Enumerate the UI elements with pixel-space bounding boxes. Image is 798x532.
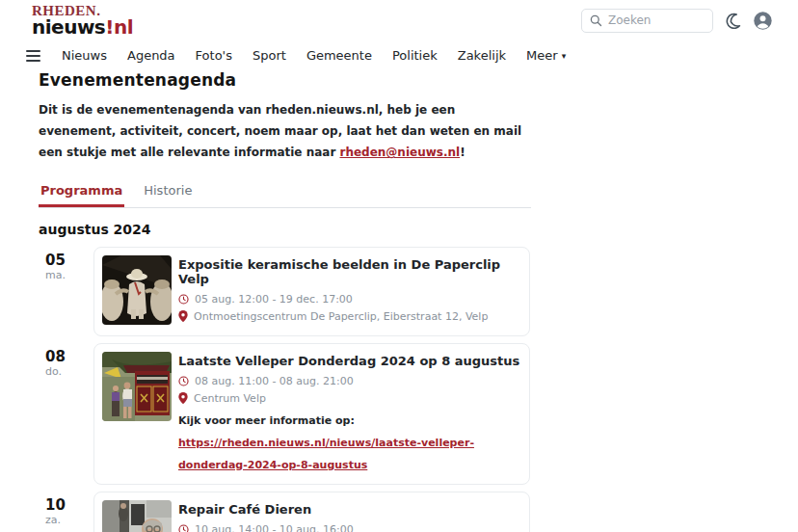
nav-item-zakelijk[interactable]: Zakelijk	[458, 48, 506, 63]
event-date: 10 za.	[39, 492, 93, 532]
search-icon	[590, 14, 602, 27]
nav-item-politiek[interactable]: Politiek	[392, 48, 438, 63]
intro-text: Dit is de evenementenagenda van rheden.n…	[39, 99, 532, 164]
event-title[interactable]: Laatste Velleper Donderdag 2024 op 8 aug…	[178, 354, 521, 368]
chevron-down-icon: ▾	[562, 51, 567, 61]
tab-bar: Programma Historie	[39, 177, 531, 208]
nav-item-fotos[interactable]: Foto's	[196, 48, 232, 63]
event-row: 05 ma.	[39, 247, 569, 336]
hamburger-menu-icon[interactable]	[26, 50, 40, 62]
nav-item-agenda[interactable]: Agenda	[127, 48, 175, 63]
clock-icon	[178, 524, 189, 532]
event-title[interactable]: Expositie keramische beelden in De Paper…	[178, 257, 521, 286]
site-logo[interactable]: RHEDEN. nieuws!nl	[32, 4, 133, 37]
main-content: Evenementenagenda Dit is de evenementena…	[0, 70, 569, 532]
event-time: 08 aug. 11:00 - 08 aug. 21:00	[178, 375, 521, 387]
clock-icon	[178, 376, 189, 386]
event-image	[102, 352, 172, 421]
moon-icon	[725, 13, 741, 29]
nav-item-gemeente[interactable]: Gemeente	[306, 48, 372, 63]
event-image	[102, 255, 172, 325]
nav-item-meer[interactable]: Meer ▾	[526, 48, 566, 63]
event-info: Kijk voor meer informatie op: https://rh…	[178, 410, 521, 476]
event-date: 05 ma.	[39, 247, 93, 336]
clock-icon	[178, 294, 189, 305]
site-header: RHEDEN. nieuws!nl	[0, 0, 798, 40]
user-avatar-icon	[753, 11, 773, 31]
logo-nieuwsnl-text: nieuws!nl	[32, 17, 133, 37]
event-card[interactable]: Expositie keramische beelden in De Paper…	[93, 247, 530, 336]
email-link[interactable]: rheden@nieuws.nl	[340, 146, 461, 159]
search-input[interactable]	[608, 13, 705, 27]
event-image	[102, 500, 172, 532]
event-date: 08 do.	[39, 343, 93, 485]
month-heading: augustus 2024	[39, 222, 569, 237]
event-card[interactable]: Repair Café Dieren 10 aug. 14:00 - 10 au…	[93, 492, 530, 532]
event-row: 08 do.	[39, 343, 569, 485]
dark-mode-toggle[interactable]	[725, 13, 741, 29]
event-time: 10 aug. 14:00 - 10 aug. 16:00	[178, 523, 521, 532]
event-title[interactable]: Repair Café Dieren	[178, 502, 521, 517]
event-time: 05 aug. 12:00 - 19 dec. 17:00	[178, 293, 521, 306]
nav-item-nieuws[interactable]: Nieuws	[62, 48, 107, 63]
location-pin-icon	[178, 310, 188, 322]
main-nav: Nieuws Agenda Foto's Sport Gemeente Poli…	[0, 40, 798, 68]
event-location: Centrum Velp	[178, 392, 521, 405]
account-button[interactable]	[753, 11, 773, 31]
nav-item-sport[interactable]: Sport	[253, 48, 286, 63]
tab-programma[interactable]: Programma	[39, 177, 124, 207]
search-box[interactable]	[581, 9, 713, 33]
page-title: Evenementenagenda	[39, 70, 569, 90]
tab-historie[interactable]: Historie	[142, 177, 194, 207]
event-link[interactable]: https://rheden.nieuws.nl/nieuws/laatste-…	[178, 437, 474, 471]
event-card[interactable]: Laatste Velleper Donderdag 2024 op 8 aug…	[93, 343, 530, 485]
event-row: 10 za.	[39, 492, 569, 532]
location-pin-icon	[178, 392, 188, 404]
event-location: Ontmoetingscentrum De Paperclip, Eiberst…	[178, 310, 521, 323]
